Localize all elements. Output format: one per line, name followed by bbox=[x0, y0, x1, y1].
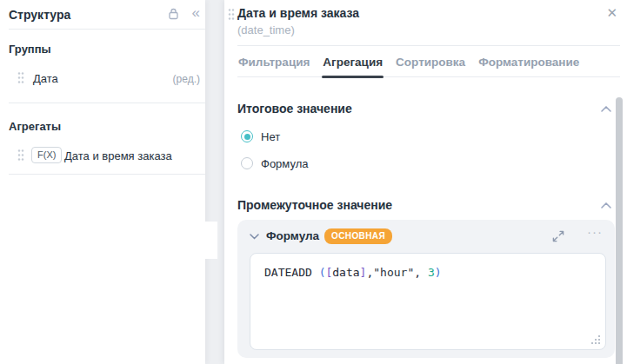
radio-label: Формула bbox=[261, 157, 308, 170]
radio-selected-icon[interactable] bbox=[241, 130, 253, 142]
divider bbox=[9, 29, 205, 30]
structure-sidebar: Структура « Группы Дата (ред.) Агрегаты … bbox=[0, 0, 205, 364]
aggregates-heading: Агрегаты bbox=[9, 120, 61, 133]
aggregate-row[interactable]: F(X) Дата и время заказа bbox=[0, 146, 205, 167]
divider bbox=[237, 45, 620, 46]
tab-formatting[interactable]: Форматирование bbox=[477, 51, 580, 76]
more-options-icon[interactable]: ··· bbox=[587, 224, 603, 239]
group-row-date[interactable]: Дата (ред.) bbox=[0, 69, 205, 89]
radio-label: Нет bbox=[261, 130, 280, 143]
tab-filtering[interactable]: Фильтрация bbox=[237, 51, 310, 76]
panel-drag-handle-icon[interactable] bbox=[228, 8, 235, 21]
panel-title: Дата и время заказа bbox=[237, 6, 359, 20]
field-id: (date_time) bbox=[237, 23, 295, 36]
formula-code[interactable]: DATEADD ([data],"hour", 3) bbox=[264, 266, 442, 279]
expand-icon[interactable] bbox=[552, 230, 564, 242]
resize-grip-icon[interactable] bbox=[591, 335, 601, 345]
formula-fx-badge: F(X) bbox=[31, 147, 62, 163]
scrollbar-thumb[interactable] bbox=[616, 97, 623, 364]
primary-badge: ОСНОВНАЯ bbox=[324, 228, 392, 244]
formula-card-title[interactable]: Формула bbox=[266, 229, 319, 242]
collapse-sidebar-icon[interactable]: « bbox=[192, 4, 200, 22]
group-label: Дата bbox=[33, 72, 58, 85]
divider bbox=[9, 103, 205, 103]
chevron-up-icon[interactable] bbox=[601, 202, 611, 208]
settings-tabs: Фильтрация Агрегация Сортировка Форматир… bbox=[237, 51, 620, 77]
chevron-down-icon[interactable] bbox=[250, 234, 259, 240]
tab-sorting[interactable]: Сортировка bbox=[395, 51, 466, 76]
aggregate-label: Дата и время заказа bbox=[64, 149, 172, 162]
formula-code-editor[interactable]: DATEADD ([data],"hour", 3) bbox=[250, 253, 606, 350]
intermediate-value-heading: Промежуточное значение bbox=[237, 198, 392, 212]
drag-handle-icon[interactable] bbox=[17, 71, 24, 84]
drag-handle-icon[interactable] bbox=[17, 149, 24, 162]
background-artifact bbox=[198, 222, 217, 259]
sidebar-title: Структура bbox=[9, 8, 70, 22]
lock-icon[interactable] bbox=[168, 8, 179, 20]
close-icon[interactable]: ✕ bbox=[604, 3, 619, 23]
tab-aggregation[interactable]: Агрегация bbox=[322, 51, 384, 76]
field-settings-panel: Дата и время заказа ✕ (date_time) Фильтр… bbox=[224, 0, 627, 364]
chevron-up-icon[interactable] bbox=[601, 106, 611, 112]
divider bbox=[9, 174, 205, 175]
groups-heading: Группы bbox=[9, 43, 51, 56]
group-edit-link[interactable]: (ред.) bbox=[173, 73, 200, 85]
radio-unselected-icon[interactable] bbox=[241, 157, 253, 169]
formula-card: Формула ОСНОВНАЯ ··· DATEADD ([data],"ho… bbox=[237, 220, 615, 358]
total-value-heading: Итоговое значение bbox=[237, 102, 352, 116]
